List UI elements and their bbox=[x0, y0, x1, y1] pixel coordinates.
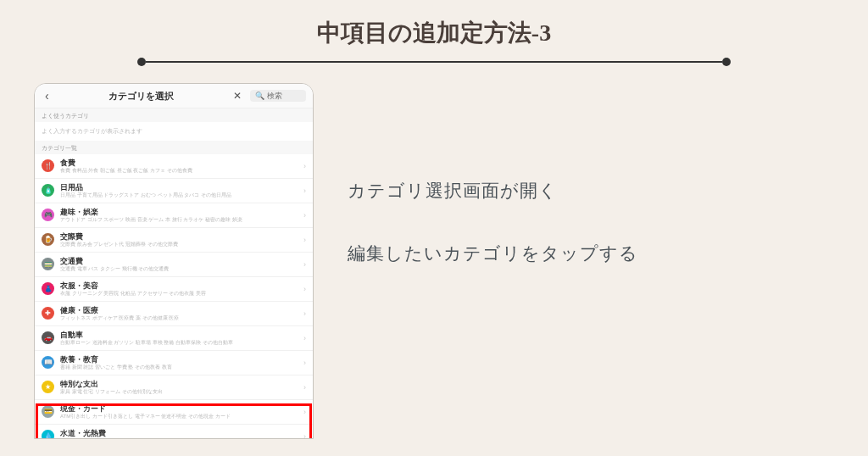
category-row[interactable]: ✚健康・医療フィットネス ボディケア 医療費 薬 その他健康 医療› bbox=[35, 302, 313, 326]
chevron-right-icon: › bbox=[303, 432, 306, 439]
back-icon[interactable]: ‹ bbox=[42, 89, 53, 103]
chevron-right-icon: › bbox=[303, 162, 306, 170]
frequent-hint: よく入力するカテゴリが表示されます bbox=[35, 122, 313, 141]
category-row[interactable]: 🍺交際費交際費 飲み会 プレゼント代 冠婚葬祭 その他交際費› bbox=[35, 228, 313, 253]
category-sub: 交通費 電車 バス タクシー 飛行機 その他交通費 bbox=[60, 266, 298, 273]
category-text: 健康・医療フィットネス ボディケア 医療費 薬 その他健康 医療 bbox=[60, 306, 298, 322]
category-sub: ATM引き出し カード引き落とし 電子マネー 使途不明金 その他現金 カード bbox=[60, 414, 298, 420]
category-text: 教養・教育書籍 新聞 雑誌 習いごと 学費 塾 その他教養 教育 bbox=[60, 355, 298, 371]
category-sub: 交際費 飲み会 プレゼント代 冠婚葬祭 その他交際費 bbox=[60, 242, 298, 248]
category-icon: 👗 bbox=[42, 282, 54, 295]
section-list-label: カテゴリ一覧 bbox=[35, 141, 313, 154]
category-text: 衣服・美容衣服 クリーニング 美容院 化粧品 アクセサリー その他衣服 美容 bbox=[60, 281, 298, 298]
category-text: 食費食費 食料品 外食 朝ご飯 昼ご飯 夜ご飯 カフェ その他食費 bbox=[60, 158, 298, 175]
page-title: 中項目の追加定方法-3 bbox=[0, 0, 868, 49]
category-row[interactable]: 🍴食費食費 食料品 外食 朝ご飯 昼ご飯 夜ご飯 カフェ その他食費› bbox=[35, 154, 313, 179]
category-sub: 日用品 子育て用品 ドラッグストア おむつ ペット用品 タバコ その他日用品 bbox=[60, 192, 298, 199]
category-name: 自動車 bbox=[60, 331, 298, 339]
category-icon: 🚗 bbox=[42, 331, 54, 344]
chevron-right-icon: › bbox=[303, 334, 306, 342]
category-name: 日用品 bbox=[60, 183, 298, 192]
category-icon: 🍴 bbox=[42, 159, 54, 172]
title-divider bbox=[137, 58, 731, 66]
category-icon: 🚃 bbox=[42, 258, 54, 270]
category-row[interactable]: 💳現金・カードATM引き出し カード引き落とし 電子マネー 使途不明金 その他現… bbox=[35, 400, 313, 425]
category-row[interactable]: 📖教養・教育書籍 新聞 雑誌 習いごと 学費 塾 その他教養 教育› bbox=[35, 351, 313, 375]
category-sub: フィットネス ボディケア 医療費 薬 その他健康 医療 bbox=[60, 315, 298, 322]
category-row[interactable]: 🚃交通費交通費 電車 バス タクシー 飛行機 その他交通費› bbox=[35, 253, 313, 277]
chevron-right-icon: › bbox=[303, 383, 306, 392]
chevron-right-icon: › bbox=[303, 309, 306, 318]
divider-dot-left bbox=[137, 58, 146, 66]
category-name: 水道・光熱費 bbox=[60, 429, 298, 437]
category-row[interactable]: 👗衣服・美容衣服 クリーニング 美容院 化粧品 アクセサリー その他衣服 美容› bbox=[35, 277, 313, 302]
category-row[interactable]: 🧴日用品日用品 子育て用品 ドラッグストア おむつ ペット用品 タバコ その他日… bbox=[35, 179, 313, 203]
category-name: 特別な支出 bbox=[60, 380, 298, 388]
category-icon: ★ bbox=[42, 381, 54, 393]
category-text: 交際費交際費 飲み会 プレゼント代 冠婚葬祭 その他交際費 bbox=[60, 232, 298, 248]
category-text: 趣味・娯楽アウトドア ゴルフ スポーツ 映画 音楽 ゲーム 本 旅行 カラオケ … bbox=[60, 208, 298, 224]
category-row[interactable]: 🎮趣味・娯楽アウトドア ゴルフ スポーツ 映画 音楽 ゲーム 本 旅行 カラオケ… bbox=[35, 203, 313, 228]
divider-line bbox=[146, 61, 722, 63]
divider-dot-right bbox=[722, 58, 731, 66]
category-sub: アウトドア ゴルフ スポーツ 映画 音楽 ゲーム 本 旅行 カラオケ 秘密の趣味… bbox=[60, 217, 298, 224]
close-icon[interactable]: ✕ bbox=[230, 90, 245, 102]
chevron-right-icon: › bbox=[303, 186, 306, 195]
category-name: 衣服・美容 bbox=[60, 281, 298, 290]
chevron-right-icon: › bbox=[303, 260, 306, 269]
category-icon: 📖 bbox=[42, 356, 54, 369]
section-frequent-label: よく使うカテゴリ bbox=[35, 108, 313, 122]
category-sub: 食費 食料品 外食 朝ご飯 昼ご飯 夜ご飯 カフェ その他食費 bbox=[60, 168, 298, 175]
category-icon: 🧴 bbox=[42, 184, 54, 197]
screen-title: カテゴリを選択 bbox=[58, 90, 225, 103]
category-text: 交通費交通費 電車 バス タクシー 飛行機 その他交通費 bbox=[60, 257, 298, 273]
category-icon: 🍺 bbox=[42, 233, 54, 246]
category-name: 食費 bbox=[60, 158, 298, 167]
category-name: 交際費 bbox=[60, 232, 298, 241]
category-name: 交通費 bbox=[60, 257, 298, 265]
instructions: カテゴリ選択画面が開く 編集したいカテゴリをタップする bbox=[348, 83, 638, 439]
category-row[interactable]: 🚗自動車自動車ローン 道路料金 ガソリン 駐車場 車検 整備 自動車保険 その他… bbox=[35, 326, 313, 351]
category-icon: 🎮 bbox=[42, 209, 54, 221]
chevron-right-icon: › bbox=[303, 211, 306, 220]
search-icon: 🔍 bbox=[255, 92, 264, 100]
category-sub: 自動車ローン 道路料金 ガソリン 駐車場 車検 整備 自動車保険 その他自動車 bbox=[60, 340, 298, 347]
phone-header: ‹ カテゴリを選択 ✕ 🔍 bbox=[35, 84, 313, 108]
category-name: 教養・教育 bbox=[60, 355, 298, 364]
category-name: 健康・医療 bbox=[60, 306, 298, 314]
chevron-right-icon: › bbox=[303, 285, 306, 293]
category-list: 🍴食費食費 食料品 外食 朝ご飯 昼ご飯 夜ご飯 カフェ その他食費›🧴日用品日… bbox=[35, 154, 313, 439]
category-row[interactable]: 💧水道・光熱費光熱費 電気代 ガス 灯油代 水道代 その他水道 光熱費› bbox=[35, 425, 313, 439]
category-text: 特別な支出家具 家電 住宅 リフォーム その他特別な支出 bbox=[60, 380, 298, 396]
category-sub: 家具 家電 住宅 リフォーム その他特別な支出 bbox=[60, 389, 298, 396]
category-text: 水道・光熱費光熱費 電気代 ガス 灯油代 水道代 その他水道 光熱費 bbox=[60, 429, 298, 439]
category-icon: ✚ bbox=[42, 307, 54, 320]
chevron-right-icon: › bbox=[303, 408, 306, 416]
instruction-line-2: 編集したいカテゴリをタップする bbox=[348, 239, 638, 268]
chevron-right-icon: › bbox=[303, 359, 306, 367]
chevron-right-icon: › bbox=[303, 236, 306, 244]
category-sub: 衣服 クリーニング 美容院 化粧品 アクセサリー その他衣服 美容 bbox=[60, 291, 298, 298]
instruction-line-1: カテゴリ選択画面が開く bbox=[348, 176, 638, 205]
category-icon: 💧 bbox=[42, 430, 54, 439]
search-input[interactable] bbox=[267, 92, 301, 100]
category-row[interactable]: ★特別な支出家具 家電 住宅 リフォーム その他特別な支出› bbox=[35, 375, 313, 400]
category-text: 現金・カードATM引き出し カード引き落とし 電子マネー 使途不明金 その他現金… bbox=[60, 404, 298, 420]
category-text: 日用品日用品 子育て用品 ドラッグストア おむつ ペット用品 タバコ その他日用… bbox=[60, 183, 298, 199]
category-name: 現金・カード bbox=[60, 404, 298, 413]
category-sub: 書籍 新聞 雑誌 習いごと 学費 塾 その他教養 教育 bbox=[60, 364, 298, 371]
content-area: ‹ カテゴリを選択 ✕ 🔍 よく使うカテゴリ よく入力するカテゴリが表示されます… bbox=[0, 66, 868, 439]
category-icon: 💳 bbox=[42, 405, 54, 418]
phone-screenshot: ‹ カテゴリを選択 ✕ 🔍 よく使うカテゴリ よく入力するカテゴリが表示されます… bbox=[34, 83, 314, 439]
search-box[interactable]: 🔍 bbox=[250, 90, 306, 102]
category-text: 自動車自動車ローン 道路料金 ガソリン 駐車場 車検 整備 自動車保険 その他自… bbox=[60, 331, 298, 347]
category-sub: 光熱費 電気代 ガス 灯油代 水道代 その他水道 光熱費 bbox=[60, 438, 298, 439]
category-name: 趣味・娯楽 bbox=[60, 208, 298, 216]
